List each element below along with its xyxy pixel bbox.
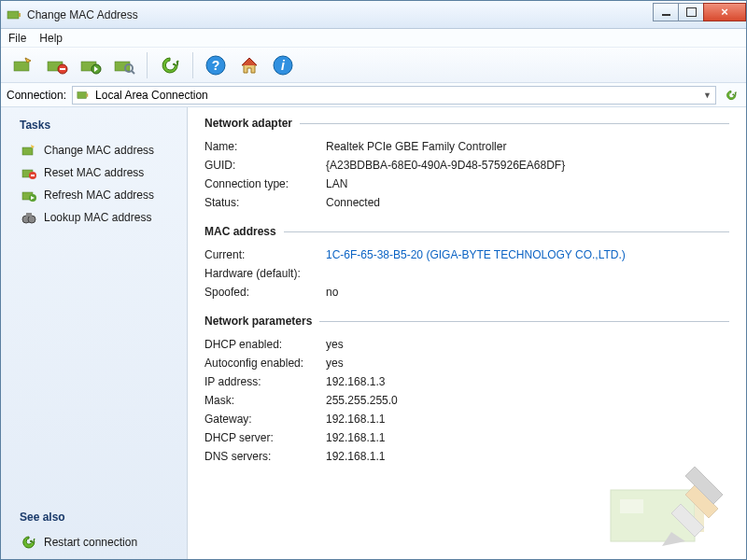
titlebar: Change MAC Address × (1, 1, 746, 29)
mac-hardware (326, 267, 729, 280)
tool-lookup-mac[interactable] (109, 50, 139, 80)
task-lookup-mac[interactable]: Lookup MAC address (8, 206, 179, 229)
menu-file[interactable]: File (8, 32, 26, 45)
pencil-card-icon (21, 143, 36, 158)
reset-card-icon (21, 165, 36, 180)
menubar: File Help (1, 29, 746, 48)
see-also-header: See also (20, 511, 179, 524)
net-mask: 255.255.255.0 (326, 394, 729, 407)
tool-refresh[interactable] (155, 50, 185, 80)
app-icon (7, 7, 21, 22)
svg-rect-28 (620, 499, 643, 513)
connection-refresh-button[interactable] (722, 86, 740, 105)
section-mac: MAC address Current:1C-6F-65-38-B5-20 (G… (204, 225, 729, 301)
refresh-card-icon (21, 188, 36, 203)
section-network: Network parameters DHCP enabled:yes Auto… (204, 315, 729, 466)
mac-spoofed: no (326, 286, 729, 299)
connection-label: Connection: (7, 89, 66, 102)
mac-current[interactable]: 1C-6F-65-38-B5-20 (GIGA-BYTE TECHNOLOGY … (326, 248, 729, 261)
svg-rect-1 (19, 13, 21, 17)
window-controls: × (654, 3, 746, 21)
minimize-button[interactable] (653, 3, 679, 21)
net-dns: 192.168.1.1 (326, 450, 729, 463)
connection-value: Local Area Connection (95, 89, 208, 102)
adapter-guid: {A23BDBBA-68E0-490A-9D48-575926EA68DF} (326, 159, 729, 172)
svg-point-24 (28, 216, 35, 223)
task-restart-connection[interactable]: Restart connection (8, 531, 179, 553)
maximize-button[interactable] (678, 3, 704, 21)
toolbar-separator (192, 52, 193, 78)
toolbar: ? i (1, 48, 746, 83)
window-title: Change MAC Address (27, 8, 654, 21)
connection-row: Connection: Local Area Connection ▼ (1, 83, 746, 107)
adapter-name: Realtek PCIe GBE Family Controller (326, 140, 729, 153)
see-also: See also Restart connection (8, 505, 179, 553)
background-illustration (606, 462, 737, 555)
tool-info[interactable]: i (268, 50, 298, 80)
main-panel: Network adapter Name:Realtek PCIe GBE Fa… (188, 107, 746, 559)
section-adapter: Network adapter Name:Realtek PCIe GBE Fa… (204, 117, 729, 212)
tool-refresh-mac[interactable] (76, 50, 106, 80)
binoculars-icon (21, 210, 36, 225)
svg-rect-0 (7, 11, 19, 19)
task-reset-mac[interactable]: Reset MAC address (8, 161, 179, 184)
connection-dropdown[interactable]: Local Area Connection ▼ (72, 86, 716, 105)
svg-rect-20 (31, 175, 35, 176)
tasks-header: Tasks (20, 119, 179, 132)
sidebar: Tasks Change MAC address Reset MAC addre… (1, 107, 188, 559)
restart-icon (21, 535, 36, 550)
svg-rect-17 (22, 147, 33, 155)
task-refresh-mac[interactable]: Refresh MAC address (8, 184, 179, 206)
svg-rect-5 (60, 68, 65, 70)
svg-line-10 (132, 71, 134, 74)
net-dhcp-server: 192.168.1.1 (326, 431, 729, 444)
app-window: Change MAC Address × File Help ? i Conne… (0, 0, 747, 560)
section-title: MAC address (204, 225, 276, 238)
svg-rect-2 (14, 62, 29, 71)
dropdown-arrow-icon: ▼ (703, 91, 712, 100)
svg-rect-25 (26, 213, 32, 217)
section-title: Network parameters (204, 315, 312, 328)
net-autoconfig: yes (326, 357, 729, 370)
toolbar-separator (147, 52, 148, 78)
net-dhcp: yes (326, 338, 729, 351)
svg-text:?: ? (212, 58, 220, 73)
close-button[interactable]: × (703, 3, 746, 21)
adapter-ctype: LAN (326, 177, 729, 190)
body: Tasks Change MAC address Reset MAC addre… (1, 107, 746, 559)
section-title: Network adapter (204, 117, 292, 130)
net-ip: 192.168.1.3 (326, 375, 729, 388)
task-change-mac[interactable]: Change MAC address (8, 139, 179, 161)
tool-reset-mac[interactable] (42, 50, 72, 80)
connection-icon (77, 89, 90, 102)
svg-rect-15 (78, 91, 87, 98)
menu-help[interactable]: Help (39, 32, 63, 45)
net-gateway: 192.168.1.1 (326, 413, 729, 426)
tool-help[interactable]: ? (201, 50, 231, 80)
svg-rect-8 (115, 62, 130, 71)
tool-home[interactable] (234, 50, 264, 80)
svg-rect-16 (87, 93, 89, 97)
tool-change-mac[interactable] (8, 50, 38, 80)
adapter-status: Connected (326, 196, 729, 209)
